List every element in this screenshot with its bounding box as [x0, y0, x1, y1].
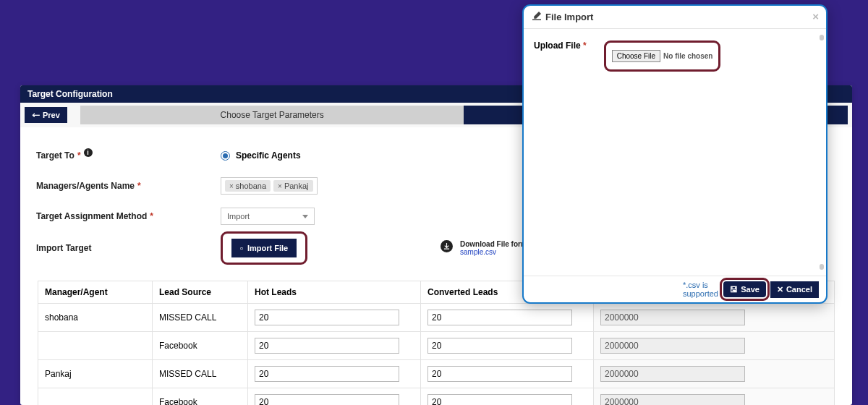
import-file-button[interactable]: ▫ Import File	[231, 239, 297, 257]
converted-leads-input[interactable]	[427, 366, 572, 382]
chip-shobana[interactable]: × shobana	[225, 180, 271, 192]
revenue-input	[600, 394, 745, 405]
save-button[interactable]: 🖫 Save	[723, 281, 766, 297]
table-row: Facebook	[38, 388, 834, 405]
cell-source: Facebook	[153, 388, 248, 405]
revenue-input	[600, 338, 745, 354]
modal-body: Upload File * Choose File No file chosen	[524, 29, 826, 276]
arrow-left-icon: 🡐	[32, 111, 40, 119]
hot-leads-input[interactable]	[255, 394, 399, 405]
close-icon: ✕	[777, 285, 783, 294]
agents-chip-input[interactable]: × shobana × Pankaj	[221, 177, 318, 195]
required-mark: *	[77, 150, 81, 161]
table-row: Pankaj MISSED CALL	[38, 359, 834, 388]
info-icon[interactable]: i	[84, 148, 93, 157]
modal-footer: *.csv is supported 🖫 Save ✕ Cancel	[524, 276, 826, 302]
chip-remove-icon[interactable]: ×	[229, 182, 234, 190]
import-icon: ▫	[240, 244, 243, 252]
chip-remove-icon[interactable]: ×	[278, 182, 282, 190]
chip-pankaj[interactable]: × Pankaj	[273, 180, 312, 192]
file-import-modal: File Import × Upload File * Choose File …	[522, 4, 827, 304]
radio-icon	[221, 151, 230, 161]
radio-label: Specific Agents	[236, 150, 301, 161]
close-icon[interactable]: ×	[812, 10, 819, 22]
csv-hint: *.csv is supported	[683, 281, 719, 298]
modal-title: File Import	[545, 12, 593, 22]
import-highlight: ▫ Import File	[221, 231, 307, 265]
upload-label: Upload File *	[534, 40, 587, 51]
tab-choose-parameters[interactable]: Choose Target Parameters	[80, 106, 464, 124]
import-file-label: Import File	[247, 244, 288, 252]
prev-label: Prev	[43, 111, 60, 119]
required-mark: *	[137, 181, 141, 191]
method-select-value: Import	[227, 212, 250, 221]
cell-source: MISSED CALL	[153, 360, 248, 388]
revenue-input	[600, 310, 745, 325]
cell-agent	[38, 332, 153, 359]
scroll-down-icon[interactable]	[820, 264, 824, 270]
col-agent: Manager/Agent	[38, 281, 153, 303]
sample-csv-link[interactable]: sample.csv	[460, 248, 496, 256]
col-hot: Hot Leads	[248, 281, 421, 303]
radio-specific-agents[interactable]: Specific Agents	[221, 150, 301, 161]
converted-leads-input[interactable]	[427, 310, 572, 325]
edit-icon	[532, 12, 541, 22]
prev-button[interactable]: 🡐 Prev	[25, 107, 67, 123]
modal-header: File Import ×	[524, 6, 826, 29]
choose-file-button[interactable]: Choose File	[612, 50, 660, 62]
revenue-input	[600, 366, 745, 382]
save-icon: 🖫	[730, 285, 738, 294]
required-mark: *	[150, 211, 153, 221]
file-chosen-text: No file chosen	[663, 52, 712, 60]
agents-name-label: Managers/Agents Name *	[36, 181, 221, 191]
scroll-up-icon[interactable]	[820, 35, 824, 40]
col-source: Lead Source	[153, 281, 248, 303]
save-label: Save	[741, 285, 760, 294]
table-row: shobana MISSED CALL	[38, 303, 834, 331]
cell-agent: shobana	[38, 304, 153, 331]
hot-leads-input[interactable]	[255, 310, 399, 325]
cancel-label: Cancel	[786, 285, 812, 294]
converted-leads-input[interactable]	[427, 394, 572, 405]
cancel-button[interactable]: ✕ Cancel	[770, 281, 819, 298]
required-mark: *	[583, 40, 587, 51]
import-label: Import Target	[36, 243, 221, 253]
hot-leads-input[interactable]	[255, 338, 399, 354]
converted-leads-input[interactable]	[427, 338, 572, 354]
download-icon[interactable]	[441, 240, 453, 252]
target-to-label: Target To * i	[36, 150, 221, 161]
chevron-down-icon	[302, 215, 308, 218]
hot-leads-input[interactable]	[255, 366, 399, 382]
cell-source: Facebook	[153, 332, 248, 359]
method-select[interactable]: Import	[221, 208, 315, 225]
cell-agent	[38, 388, 153, 405]
cell-source: MISSED CALL	[153, 304, 248, 331]
method-label: Target Assignment Method *	[36, 211, 221, 221]
table-row: Facebook	[38, 331, 834, 359]
cell-agent: Pankaj	[38, 360, 153, 388]
file-input-highlight: Choose File No file chosen	[604, 40, 721, 72]
upload-row: Upload File * Choose File No file chosen	[534, 40, 816, 72]
